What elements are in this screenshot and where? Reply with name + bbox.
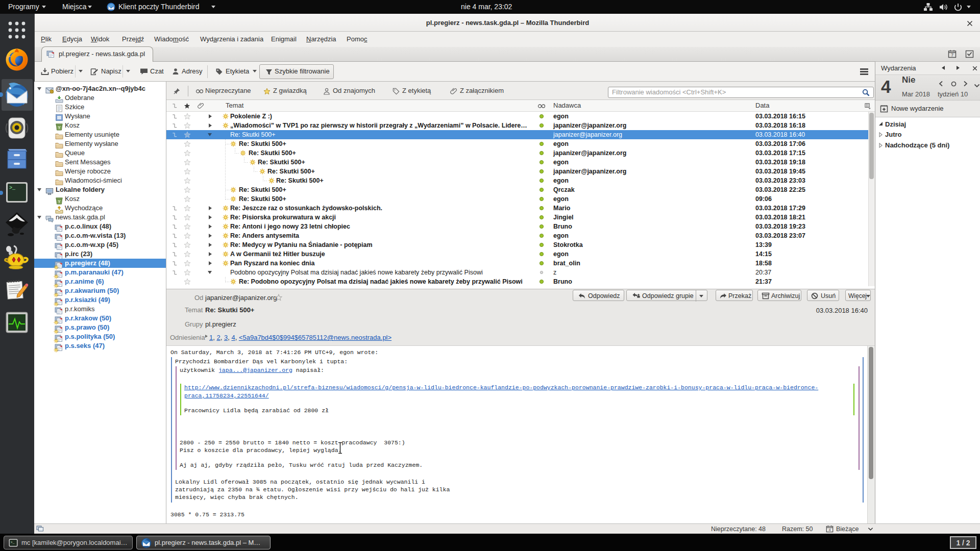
svg-text:>_: >_: [9, 185, 16, 191]
svg-text:4: 4: [828, 528, 830, 532]
svg-text:>_: >_: [11, 541, 15, 544]
